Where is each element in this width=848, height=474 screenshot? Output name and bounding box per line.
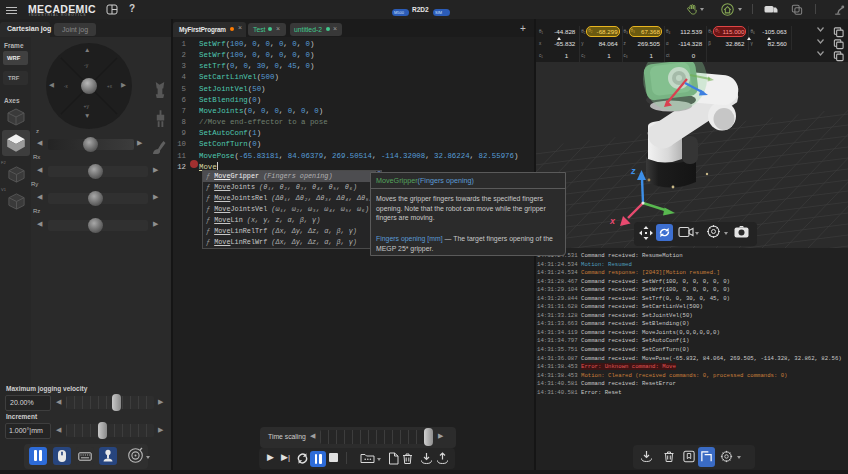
svg-text:x: x	[609, 216, 616, 226]
svg-text:z: z	[630, 166, 636, 176]
